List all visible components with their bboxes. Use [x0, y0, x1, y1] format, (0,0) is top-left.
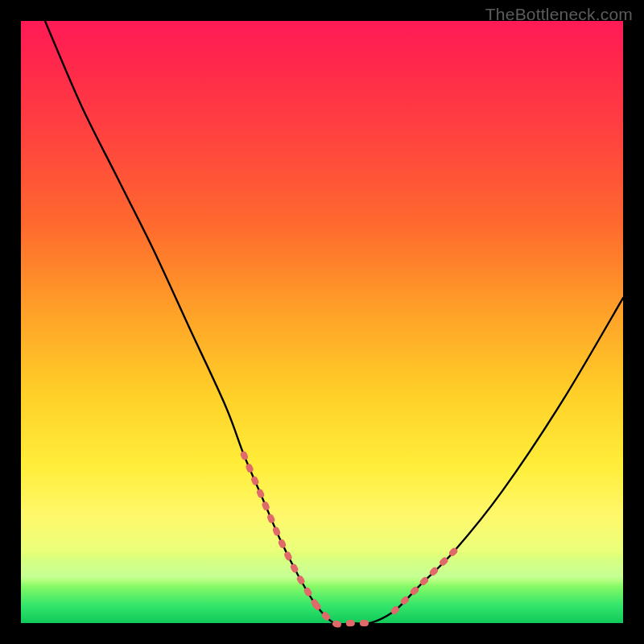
bottleneck-curve	[45, 21, 623, 625]
curve-layer	[21, 21, 623, 623]
chart-frame: TheBottleneck.com	[0, 0, 644, 644]
right-arm-dotted	[394, 551, 455, 611]
left-arm-dotted	[244, 455, 316, 605]
highlight-dotted-group	[244, 455, 455, 625]
trough-dotted	[316, 605, 370, 625]
